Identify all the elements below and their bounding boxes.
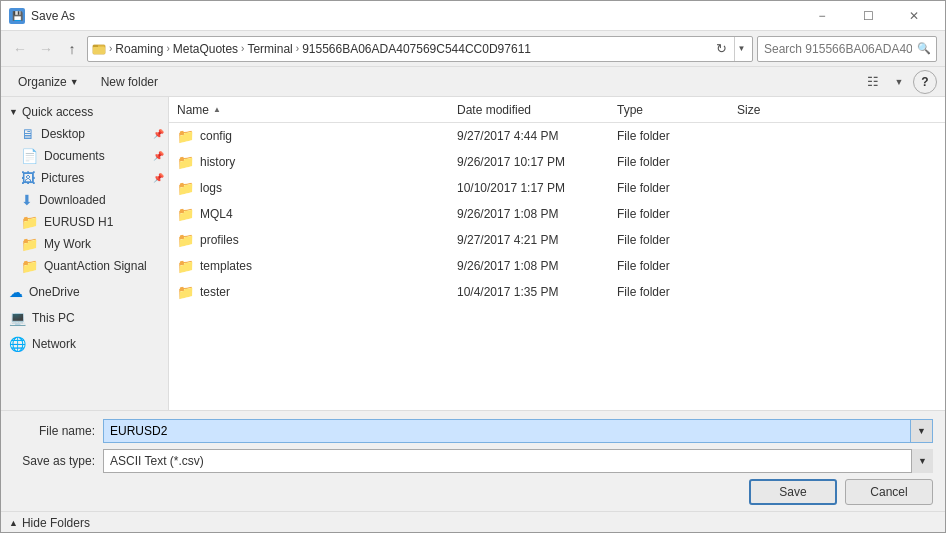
file-list-header: Name ▲ Date modified Type Size: [169, 97, 945, 123]
table-row[interactable]: 📁 profiles 9/27/2017 4:21 PM File folder: [169, 227, 945, 253]
up-button[interactable]: ↑: [61, 38, 83, 60]
savetype-select-container: ASCII Text (*.csv) ▼: [103, 449, 933, 473]
network-section: 🌐 Network: [1, 333, 168, 355]
pin-icon: 📌: [153, 129, 164, 139]
sidebar-item-pictures[interactable]: 🖼 Pictures 📌: [1, 167, 168, 189]
new-folder-button[interactable]: New folder: [92, 71, 167, 93]
bottom-buttons: Save Cancel: [13, 479, 933, 505]
sidebar-item-network[interactable]: 🌐 Network: [1, 333, 168, 355]
title-bar-left: 💾 Save As: [9, 8, 75, 24]
address-bar[interactable]: › Roaming › MetaQuotes › Terminal › 9155…: [87, 36, 753, 62]
sidebar-item-mywork-label: My Work: [44, 237, 91, 251]
sidebar-item-downloaded[interactable]: ⬇ Downloaded: [1, 189, 168, 211]
savetype-row: Save as type: ASCII Text (*.csv) ▼: [13, 449, 933, 473]
file-date-cell: 9/26/2017 1:08 PM: [457, 207, 617, 221]
view-dropdown-button[interactable]: ▼: [887, 70, 911, 94]
refresh-button[interactable]: ↻: [710, 36, 732, 62]
savetype-select[interactable]: ASCII Text (*.csv): [103, 449, 933, 473]
filename-input[interactable]: [103, 419, 911, 443]
column-type-header[interactable]: Type: [617, 103, 737, 117]
file-name-cell: 📁 MQL4: [177, 206, 457, 222]
file-type-cell: File folder: [617, 155, 737, 169]
maximize-button[interactable]: ☐: [845, 1, 891, 31]
breadcrumb-metaquotes[interactable]: MetaQuotes: [173, 42, 238, 56]
file-name-text: templates: [200, 259, 252, 273]
column-date-header[interactable]: Date modified: [457, 103, 617, 117]
table-row[interactable]: 📁 MQL4 9/26/2017 1:08 PM File folder: [169, 201, 945, 227]
filename-dropdown-button[interactable]: ▼: [911, 419, 933, 443]
table-row[interactable]: 📁 tester 10/4/2017 1:35 PM File folder: [169, 279, 945, 305]
file-name-text: config: [200, 129, 232, 143]
close-button[interactable]: ✕: [891, 1, 937, 31]
sidebar-item-network-label: Network: [32, 337, 76, 351]
breadcrumb-roaming[interactable]: Roaming: [115, 42, 163, 56]
file-name-cell: 📁 tester: [177, 284, 457, 300]
sidebar-item-quantaction[interactable]: 📁 QuantAction Signal: [1, 255, 168, 277]
window-title: Save As: [31, 9, 75, 23]
filename-row: File name: ▼: [13, 419, 933, 443]
forward-button[interactable]: →: [35, 38, 57, 60]
view-options-button[interactable]: ☷: [861, 70, 885, 94]
file-name-text: tester: [200, 285, 230, 299]
navigation-toolbar: ← → ↑ › Roaming › MetaQuotes › Terminal …: [1, 31, 945, 67]
quick-access-chevron-icon: ▼: [9, 107, 18, 117]
save-as-dialog: 💾 Save As − ☐ ✕ ← → ↑ › Roaming › MetaQu…: [0, 0, 946, 533]
savetype-label: Save as type:: [13, 454, 103, 468]
filename-label: File name:: [13, 424, 103, 438]
file-date-cell: 10/10/2017 1:17 PM: [457, 181, 617, 195]
help-button[interactable]: ?: [913, 70, 937, 94]
sidebar-item-mywork[interactable]: 📁 My Work: [1, 233, 168, 255]
window-icon: 💾: [9, 8, 25, 24]
eurusd-folder-icon: 📁: [21, 214, 38, 230]
sidebar-item-thispc[interactable]: 💻 This PC: [1, 307, 168, 329]
organize-button[interactable]: Organize ▼: [9, 71, 88, 93]
folder-icon: 📁: [177, 206, 194, 222]
search-input[interactable]: [757, 36, 937, 62]
table-row[interactable]: 📁 logs 10/10/2017 1:17 PM File folder: [169, 175, 945, 201]
sidebar-item-desktop[interactable]: 🖥 Desktop 📌: [1, 123, 168, 145]
documents-icon: 📄: [21, 148, 38, 164]
file-rows-container: 📁 config 9/27/2017 4:44 PM File folder 📁…: [169, 123, 945, 305]
save-button[interactable]: Save: [749, 479, 837, 505]
minimize-button[interactable]: −: [799, 1, 845, 31]
thispc-section: 💻 This PC: [1, 307, 168, 329]
main-content: ▼ Quick access 🖥 Desktop 📌 📄 Documents 📌…: [1, 97, 945, 410]
sub-toolbar-right: ☷ ▼ ?: [861, 70, 937, 94]
back-button[interactable]: ←: [9, 38, 31, 60]
quick-access-header[interactable]: ▼ Quick access: [1, 101, 168, 123]
breadcrumb-terminal[interactable]: Terminal: [247, 42, 292, 56]
pin-icon-3: 📌: [153, 173, 164, 183]
file-name-text: history: [200, 155, 235, 169]
file-name-text: MQL4: [200, 207, 233, 221]
table-row[interactable]: 📁 history 9/26/2017 10:17 PM File folder: [169, 149, 945, 175]
file-name-cell: 📁 templates: [177, 258, 457, 274]
svg-rect-2: [93, 45, 98, 47]
sidebar-item-eurusd[interactable]: 📁 EURUSD H1: [1, 211, 168, 233]
sidebar-item-onedrive[interactable]: ☁ OneDrive: [1, 281, 168, 303]
file-type-cell: File folder: [617, 129, 737, 143]
file-type-cell: File folder: [617, 207, 737, 221]
pictures-icon: 🖼: [21, 170, 35, 186]
hide-folders-button[interactable]: ▲ Hide Folders: [1, 512, 945, 532]
table-row[interactable]: 📁 templates 9/26/2017 1:08 PM File folde…: [169, 253, 945, 279]
new-folder-label: New folder: [101, 75, 158, 89]
breadcrumb-current[interactable]: 915566BA06ADA407569C544CC0D97611: [302, 42, 531, 56]
column-name-header[interactable]: Name ▲: [177, 103, 457, 117]
onedrive-icon: ☁: [9, 284, 23, 300]
file-type-cell: File folder: [617, 259, 737, 273]
sidebar-item-thispc-label: This PC: [32, 311, 75, 325]
file-type-cell: File folder: [617, 233, 737, 247]
bottom-area: File name: ▼ Save as type: ASCII Text (*…: [1, 410, 945, 511]
file-type-cell: File folder: [617, 181, 737, 195]
filename-input-wrapper: ▼: [103, 419, 933, 443]
file-date-cell: 9/27/2017 4:44 PM: [457, 129, 617, 143]
table-row[interactable]: 📁 config 9/27/2017 4:44 PM File folder: [169, 123, 945, 149]
thispc-icon: 💻: [9, 310, 26, 326]
address-dropdown-button[interactable]: ▼: [734, 36, 748, 62]
search-container: 🔍: [757, 36, 937, 62]
onedrive-section: ☁ OneDrive: [1, 281, 168, 303]
breadcrumb-sep-2: ›: [166, 43, 169, 54]
cancel-button[interactable]: Cancel: [845, 479, 933, 505]
sidebar-item-documents[interactable]: 📄 Documents 📌: [1, 145, 168, 167]
column-size-header[interactable]: Size: [737, 103, 817, 117]
